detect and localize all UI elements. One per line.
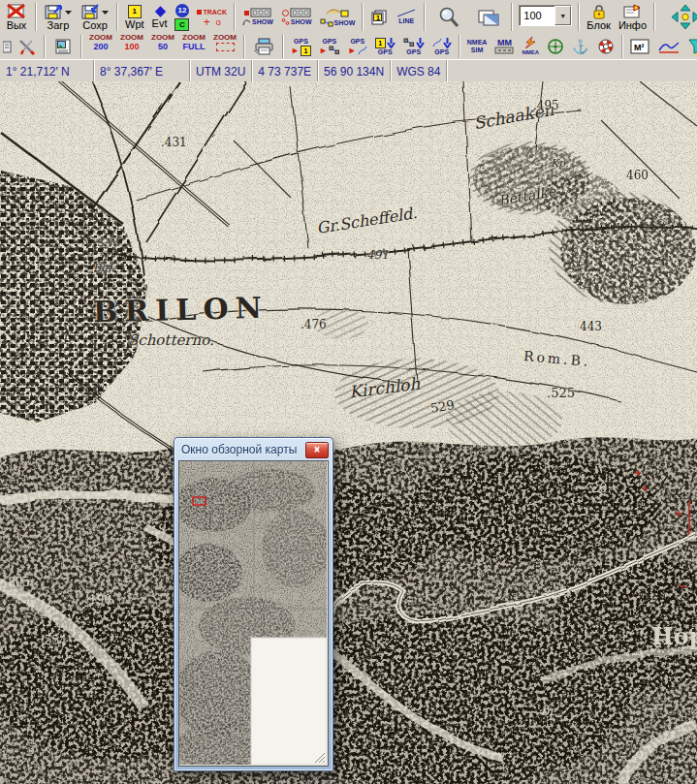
nmea-monitor-button[interactable]: NMEA — [518, 33, 543, 60]
load-button[interactable]: Загр — [40, 1, 77, 33]
save-button[interactable]: Сохр — [77, 1, 113, 33]
zoom-200-value: 200 — [93, 42, 108, 51]
gps-download-track-button[interactable]: GPS — [428, 33, 456, 60]
map-elevation-554: 554 — [45, 634, 67, 647]
map-elevation-190: 190 — [89, 593, 111, 607]
info-button[interactable]: Инфо — [615, 1, 650, 33]
nmea-label: NMEA — [522, 48, 539, 56]
separator — [621, 35, 623, 58]
lifebuoy-button[interactable] — [593, 33, 618, 60]
scale-value[interactable]: 100 — [520, 10, 554, 21]
clipped-edge-button[interactable] — [1, 33, 14, 60]
lightning-icon — [523, 37, 538, 48]
exit-button[interactable]: Вых — [1, 1, 32, 33]
waypoint-mini-icon: 1 — [301, 46, 311, 56]
image-properties-button[interactable] — [48, 33, 78, 60]
show-track-button[interactable]: SHOW — [238, 1, 277, 33]
map-elevation-495: .495 — [533, 99, 559, 112]
anchor-icon: ⚓ — [572, 40, 588, 54]
pages-button[interactable]: 1 — [366, 1, 392, 33]
zoom-50-value: 50 — [158, 42, 168, 51]
show-waypoints-button[interactable]: SHOW — [277, 1, 316, 33]
track-circle-icon[interactable]: o — [216, 18, 221, 26]
filter-button[interactable] — [684, 33, 697, 60]
separator — [234, 3, 236, 31]
info-label: Инфо — [618, 20, 647, 31]
nmea-sim-button[interactable]: NMEA SIM — [463, 33, 491, 60]
pages-icon: 1 — [370, 10, 388, 25]
waypoint-button[interactable]: 1 Wpt — [121, 1, 148, 33]
comment-count-button[interactable]: 12 C — [171, 1, 193, 33]
gps-upload-track-button[interactable]: GPS ► — [344, 33, 371, 60]
area-measure-button[interactable]: M² — [626, 33, 653, 60]
svg-text:1: 1 — [376, 14, 380, 20]
track-mini-icon — [432, 38, 442, 47]
gps-download-waypoints-button[interactable]: 1 GPS — [371, 33, 399, 60]
info-card-icon — [622, 4, 642, 19]
zoom-rect-button[interactable]: ZOOM — [209, 33, 240, 60]
route-mini-icon — [403, 38, 415, 47]
tools-button[interactable] — [14, 33, 41, 60]
map-viewport[interactable]: BRILON Schotterno. Gr.Scheffeld. Schaake… — [0, 81, 697, 784]
profile-chart-button[interactable] — [653, 33, 684, 60]
track-mini-icon — [358, 46, 367, 55]
gps-download-route-button[interactable]: GPS — [399, 33, 428, 60]
line-button[interactable]: LINE — [392, 1, 421, 33]
track-plus-icon[interactable]: + — [204, 18, 210, 26]
magnifier-button[interactable] — [428, 1, 469, 33]
blue-down-arrow-icon — [416, 38, 425, 48]
overview-title-bar[interactable]: Окно обзорной карты × — [174, 438, 333, 460]
toolbar-row-1: Вых Загр — [0, 0, 697, 33]
map-label-bhf: Bhf. — [93, 262, 114, 274]
zoom-rect-icon — [216, 43, 235, 51]
nmea-sim-line2: SIM — [471, 47, 483, 54]
toolbar-strip-icon — [290, 8, 311, 17]
zoom-200-caption: ZOOM — [89, 34, 112, 42]
anchor-button[interactable]: ⚓ — [568, 33, 592, 60]
save-dropdown-arrow-icon[interactable] — [101, 4, 110, 19]
magnifier-icon — [437, 5, 460, 30]
combo-dropdown-icon[interactable]: ▼ — [554, 6, 571, 25]
zoom-200-button[interactable]: ZOOM 200 — [85, 33, 116, 60]
status-spacer — [447, 60, 697, 82]
map-copy-button[interactable] — [469, 1, 508, 33]
track-button[interactable]: TRACK + o — [193, 1, 231, 33]
printer-icon — [252, 38, 275, 55]
overview-close-button[interactable]: × — [305, 442, 329, 458]
zoom-100-caption: ZOOM — [120, 34, 143, 42]
zoom-full-button[interactable]: ZOOM FULL — [178, 33, 209, 60]
print-button[interactable] — [248, 33, 279, 60]
map-label-kp: Kp. — [551, 157, 569, 170]
red-circle-icon — [282, 10, 289, 16]
filter-funnel-icon — [688, 39, 697, 55]
gps-upload-waypoints-button[interactable]: GPS ►1 — [287, 33, 315, 60]
pan-arrows-button[interactable] — [658, 1, 697, 33]
mm-bar-icon — [494, 47, 514, 54]
compass-button[interactable] — [543, 33, 568, 60]
show-waypoints-label: SHOW — [291, 18, 312, 26]
lock-button[interactable]: Блок — [583, 1, 615, 33]
image-page-icon — [52, 39, 74, 55]
overview-map-body[interactable] — [178, 460, 329, 767]
separator — [116, 3, 118, 31]
event-button[interactable]: Evt — [148, 1, 172, 33]
map-copy-icon — [476, 6, 501, 29]
gps-caption: GPS — [434, 48, 449, 56]
load-dropdown-arrow-icon[interactable] — [64, 4, 73, 19]
gps-upload-route-button[interactable]: GPS ► — [315, 33, 344, 60]
map-canvas[interactable] — [0, 81, 697, 784]
save-label: Сохр — [82, 20, 108, 31]
blue-down-arrow-icon — [443, 38, 452, 48]
exit-map-icon — [5, 4, 28, 19]
zoom-50-button[interactable]: ZOOM 50 — [147, 33, 178, 60]
red-arrow-icon: ► — [348, 47, 357, 55]
show-route-button[interactable]: SHOW — [316, 1, 360, 33]
red-square-icon — [244, 11, 249, 16]
overview-minimap[interactable] — [179, 461, 327, 765]
zoom-100-button[interactable]: ZOOM 100 — [116, 33, 147, 60]
scale-combobox[interactable]: 100 ▼ — [519, 5, 572, 26]
minimap-empty-area — [251, 638, 327, 765]
gps-caption: GPS — [350, 38, 364, 46]
zoom-full-value: FULL — [183, 42, 206, 51]
moving-map-button[interactable]: MM — [491, 33, 518, 60]
